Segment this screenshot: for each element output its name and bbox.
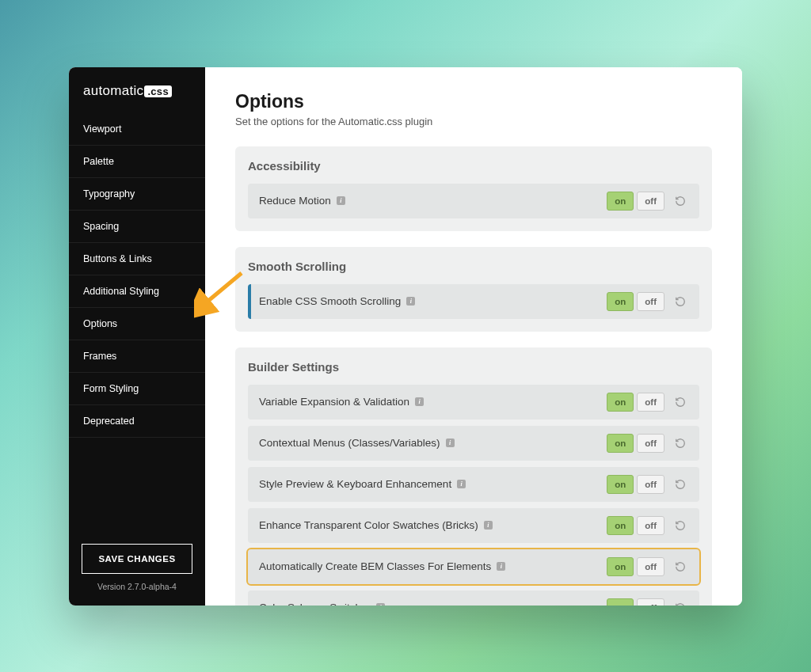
option-controls: onoff (607, 192, 690, 211)
info-icon[interactable]: i (457, 480, 466, 488)
sidebar-item-deprecated[interactable]: Deprecated (69, 405, 205, 438)
option-label: Color Scheme Switcheri (259, 602, 385, 606)
option-controls: onoff (607, 557, 690, 576)
option-label-text: Enhance Transparent Color Swatches (Bric… (259, 519, 478, 531)
info-icon[interactable]: i (446, 439, 455, 447)
reset-icon[interactable] (671, 393, 690, 412)
sidebar-item-typography[interactable]: Typography (69, 178, 205, 211)
option-controls: onoff (607, 598, 690, 606)
toggle-group: onoff (607, 393, 664, 412)
reset-icon[interactable] (671, 516, 690, 535)
option-controls: onoff (607, 393, 690, 412)
option-controls: onoff (607, 516, 690, 535)
sidebar-item-spacing[interactable]: Spacing (69, 211, 205, 243)
toggle-off-button[interactable]: off (637, 475, 664, 494)
toggle-on-button[interactable]: on (607, 557, 634, 576)
sidebar-item-viewport[interactable]: Viewport (69, 113, 205, 146)
info-icon[interactable]: i (484, 521, 493, 530)
toggle-off-button[interactable]: off (637, 292, 664, 311)
option-label: Style Preview & Keyboard Enhancementi (259, 478, 466, 490)
option-label: Enable CSS Smooth Scrollingi (259, 295, 415, 307)
option-label-text: Style Preview & Keyboard Enhancement (259, 478, 451, 490)
info-icon[interactable]: i (376, 603, 385, 606)
toggle-on-button[interactable]: on (607, 393, 634, 412)
toggle-group: onoff (607, 434, 664, 453)
page-subtitle: Set the options for the Automatic.css pl… (235, 116, 712, 127)
toggle-group: onoff (607, 292, 664, 311)
reset-icon[interactable] (671, 192, 690, 211)
option-controls: onoff (607, 292, 690, 311)
info-icon[interactable]: i (337, 196, 345, 205)
option-row: Automatically Create BEM Classes For Ele… (248, 549, 699, 584)
section-title: Builder Settings (248, 360, 699, 374)
sidebar-nav: ViewportPaletteTypographySpacingButtons … (69, 113, 205, 530)
toggle-group: onoff (607, 598, 664, 606)
option-row: Contextual Menus (Classes/Variables)iono… (248, 426, 699, 461)
option-row: Style Preview & Keyboard Enhancementiono… (248, 467, 699, 502)
toggle-on-button[interactable]: on (607, 292, 634, 311)
option-label-text: Automatically Create BEM Classes For Ele… (259, 560, 491, 572)
reset-icon[interactable] (671, 475, 690, 494)
sidebar-item-form-styling[interactable]: Form Styling (69, 373, 205, 405)
section-title: Accessibility (248, 159, 699, 173)
reset-icon[interactable] (671, 557, 690, 576)
sidebar-item-buttons-links[interactable]: Buttons & Links (69, 243, 205, 275)
option-controls: onoff (607, 434, 690, 453)
sidebar-item-frames[interactable]: Frames (69, 340, 205, 373)
option-label-text: Variable Expansion & Validation (259, 396, 409, 408)
info-icon[interactable]: i (415, 397, 424, 406)
option-row: Variable Expansion & Validationionoff (248, 385, 699, 420)
toggle-off-button[interactable]: off (637, 598, 664, 606)
toggle-off-button[interactable]: off (637, 393, 664, 412)
toggle-off-button[interactable]: off (637, 516, 664, 535)
section-title: Smooth Scrolling (248, 260, 699, 273)
option-label-text: Contextual Menus (Classes/Variables) (259, 437, 440, 449)
toggle-on-button[interactable]: on (607, 598, 634, 606)
sidebar-item-additional-styling[interactable]: Additional Styling (69, 275, 205, 308)
version-text: Version 2.7.0-alpha-4 (69, 582, 205, 606)
option-label: Reduce Motioni (259, 195, 345, 207)
logo-text: automatic (83, 83, 143, 98)
toggle-group: onoff (607, 516, 664, 535)
page-title: Options (235, 91, 712, 112)
toggle-off-button[interactable]: off (637, 434, 664, 453)
option-label: Enhance Transparent Color Swatches (Bric… (259, 519, 493, 531)
info-icon[interactable]: i (497, 562, 505, 571)
reset-icon[interactable] (671, 598, 690, 606)
toggle-group: onoff (607, 192, 664, 211)
toggle-off-button[interactable]: off (637, 557, 664, 576)
save-changes-button[interactable]: SAVE CHANGES (82, 544, 192, 574)
toggle-on-button[interactable]: on (607, 192, 634, 211)
toggle-on-button[interactable]: on (607, 516, 634, 535)
option-label: Automatically Create BEM Classes For Ele… (259, 560, 505, 572)
toggle-on-button[interactable]: on (607, 475, 634, 494)
toggle-group: onoff (607, 557, 664, 576)
option-label-text: Color Scheme Switcher (259, 602, 371, 606)
section-accessibility: AccessibilityReduce Motionionoff (235, 146, 712, 231)
reset-icon[interactable] (671, 434, 690, 453)
option-controls: onoff (607, 475, 690, 494)
logo: automatic.css (69, 67, 205, 113)
option-row: Color Scheme Switcherionoff (248, 590, 699, 606)
sidebar-item-options[interactable]: Options (69, 308, 205, 340)
option-label-text: Reduce Motion (259, 195, 331, 207)
option-label: Contextual Menus (Classes/Variables)i (259, 437, 455, 449)
option-row: Reduce Motionionoff (248, 184, 699, 218)
toggle-off-button[interactable]: off (637, 192, 664, 211)
settings-window: automatic.css ViewportPaletteTypographyS… (69, 67, 742, 606)
option-label-text: Enable CSS Smooth Scrolling (259, 295, 401, 307)
sidebar: automatic.css ViewportPaletteTypographyS… (69, 67, 205, 606)
option-row: Enable CSS Smooth Scrollingionoff (248, 284, 699, 319)
main-content: Options Set the options for the Automati… (205, 67, 742, 606)
option-label: Variable Expansion & Validationi (259, 396, 424, 408)
toggle-group: onoff (607, 475, 664, 494)
option-row: Enhance Transparent Color Swatches (Bric… (248, 508, 699, 543)
sections-container: AccessibilityReduce MotionionoffSmooth S… (235, 146, 712, 606)
logo-badge: .css (144, 85, 172, 97)
section-smooth-scrolling: Smooth ScrollingEnable CSS Smooth Scroll… (235, 247, 712, 332)
reset-icon[interactable] (671, 292, 690, 311)
section-builder-settings: Builder SettingsVariable Expansion & Val… (235, 347, 712, 606)
toggle-on-button[interactable]: on (607, 434, 634, 453)
sidebar-item-palette[interactable]: Palette (69, 146, 205, 178)
info-icon[interactable]: i (406, 297, 415, 306)
